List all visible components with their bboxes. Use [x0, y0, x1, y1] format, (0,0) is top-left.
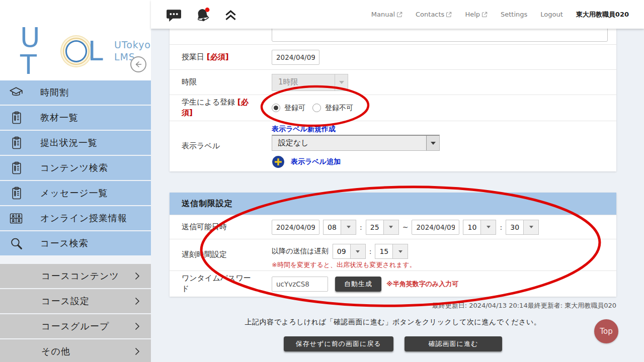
clipboard-icon — [0, 111, 32, 125]
chevron-right-icon — [135, 322, 140, 330]
graduation-cap-icon — [0, 86, 32, 99]
sidebar-item-label: コンテンツ検索 — [40, 162, 108, 174]
double-chevron-up-icon[interactable] — [224, 9, 237, 23]
last-updated-text: 最終更新日: 2024/04/13 20:14最終更新者: 東大用教職員020 — [170, 301, 616, 310]
radio-registration-not-allowed[interactable]: 登録不可 — [312, 104, 353, 113]
sidebar-item-online-class[interactable]: オンライン授業情報 — [0, 206, 151, 230]
sidebar-item-label: コース検索 — [40, 237, 89, 249]
section-title: 送信制限設定 — [170, 193, 616, 215]
late-time-row: 遅刻時間設定 以降の送信は遅刻 09 : 15 ※時間を変更すると、出席状況も変… — [170, 239, 616, 270]
chevron-right-icon — [135, 347, 140, 355]
end-date-input[interactable] — [412, 220, 459, 235]
late-time-label: 遅刻時間設定 — [182, 249, 257, 260]
logo-area: U TL UTokyo LMS — [0, 0, 151, 80]
display-label-select[interactable]: 設定なし — [272, 135, 440, 151]
instruction-text: 上記内容でよろしければ「確認画面に進む」ボタンをクリックして次に進んでください。 — [170, 318, 616, 327]
otp-note-text: ※半角英数字のみ入力可 — [386, 280, 458, 289]
start-date-input[interactable] — [272, 220, 319, 235]
truncated-field-row — [170, 29, 616, 44]
add-label-action[interactable]: 表示ラベル追加 — [272, 155, 341, 168]
spinner-arrow-icon[interactable] — [341, 220, 356, 235]
required-tag: [必須] — [207, 52, 229, 61]
add-label-link: 表示ラベル追加 — [291, 157, 341, 166]
proceed-to-confirm-button[interactable]: 確認画面に進む — [405, 336, 503, 351]
radio-registration-allowed[interactable]: 登録可 — [272, 104, 305, 113]
late-warning-text: ※時間を変更すると、出席状況も変更されます。 — [272, 260, 416, 269]
period-label: 時限 — [182, 77, 257, 88]
radio-unselected-icon — [312, 104, 321, 112]
auto-generate-button[interactable]: 自動生成 — [335, 277, 381, 292]
partial-text-input[interactable] — [272, 29, 608, 42]
main-content: 授業日 [必須] 時限 1時限 学生による登録 [必須] 登録可 — [151, 29, 644, 362]
sidebar-item-label: オンライン授業情報 — [40, 212, 127, 224]
sidebar-item-label: メッセージ一覧 — [40, 187, 108, 199]
logout-link[interactable]: Logout — [540, 11, 563, 18]
period-select[interactable]: 1時限 — [272, 74, 348, 91]
sidebar-item-timetable[interactable]: 時間割 — [0, 80, 151, 105]
end-hour-spinner[interactable]: 10 — [463, 220, 496, 235]
sidebar-item-messages[interactable]: メッセージ一覧 — [0, 181, 151, 205]
online-class-icon — [0, 212, 32, 225]
plus-circle-icon — [272, 155, 285, 168]
one-time-password-row: ワンタイムパスワード 自動生成 ※半角英数字のみ入力可 — [170, 270, 616, 297]
notification-dot — [205, 8, 210, 12]
sidebar-collapse-button[interactable] — [130, 56, 146, 72]
attendance-settings-card: 授業日 [必須] 時限 1時限 学生による登録 [必須] 登録可 — [170, 29, 616, 171]
search-icon — [0, 237, 32, 250]
external-link-icon — [446, 12, 452, 18]
notification-bell-icon[interactable] — [195, 7, 211, 25]
spinner-arrow-icon[interactable] — [524, 220, 539, 235]
class-date-label: 授業日 — [182, 52, 204, 61]
sidebar-item-others[interactable]: その他 — [0, 339, 151, 362]
late-minute-spinner[interactable]: 15 — [375, 244, 408, 259]
period-row: 時限 1時限 — [170, 69, 616, 95]
sidebar-item-materials[interactable]: 教材一覧 — [0, 106, 151, 130]
available-datetime-label: 送信可能日時 — [182, 222, 257, 233]
sidebar-item-label: 提出状況一覧 — [40, 137, 98, 149]
range-separator: ~ — [403, 223, 409, 231]
top-bar: Manual Contacts Help Settings Logout 東大用… — [151, 0, 644, 29]
contacts-link[interactable]: Contacts — [416, 11, 452, 18]
create-label-link[interactable]: 表示ラベル新規作成 — [272, 125, 336, 134]
settings-link[interactable]: Settings — [501, 11, 527, 18]
sidebar-item-course-group[interactable]: コースグループ — [0, 314, 151, 338]
clipboard-icon — [0, 161, 32, 175]
dropdown-arrow-icon — [426, 136, 439, 150]
sidebar-item-label: 教材一覧 — [40, 112, 78, 124]
spinner-arrow-icon[interactable] — [393, 244, 408, 259]
logo-subtitle-1: UTokyo — [114, 39, 151, 51]
username-label: 東大用教職員020 — [576, 10, 629, 19]
logo-o-ring — [65, 40, 87, 62]
chevron-right-icon — [135, 297, 140, 305]
sidebar-item-course-contents[interactable]: コースコンテンツ — [0, 264, 151, 288]
help-link[interactable]: Help — [465, 11, 488, 18]
back-without-save-button[interactable]: 保存せずに前の画面に戻る — [284, 336, 393, 351]
spinner-arrow-icon[interactable] — [481, 220, 496, 235]
dropdown-arrow-icon — [335, 74, 348, 90]
sidebar: U TL UTokyo LMS 時間割 教材一覧 — [0, 0, 151, 362]
late-hour-spinner[interactable]: 09 — [333, 244, 366, 259]
chevron-right-icon — [135, 272, 140, 280]
spinner-arrow-icon[interactable] — [384, 220, 399, 235]
late-prefix-label: 以降の送信は遅刻 — [272, 247, 329, 256]
submission-restriction-card: 送信制限設定 送信可能日時 08 : 25 ~ 10 — [170, 193, 616, 297]
sidebar-item-course-search[interactable]: コース検索 — [0, 231, 151, 255]
start-hour-spinner[interactable]: 08 — [323, 220, 356, 235]
display-label-row: 表示ラベル 表示ラベル新規作成 設定なし 表示ラベル追加 — [170, 121, 616, 171]
scroll-to-top-button[interactable]: Top — [594, 319, 618, 343]
sidebar-item-course-settings[interactable]: コース設定 — [0, 289, 151, 313]
radio-selected-icon — [272, 104, 280, 112]
external-link-icon — [396, 12, 403, 18]
class-date-input[interactable] — [272, 50, 319, 65]
sidebar-item-submission-status[interactable]: 提出状況一覧 — [0, 131, 151, 155]
chat-icon[interactable] — [166, 9, 182, 24]
end-minute-spinner[interactable]: 30 — [506, 220, 539, 235]
sidebar-item-content-search[interactable]: コンテンツ検索 — [0, 156, 151, 180]
start-minute-spinner[interactable]: 25 — [366, 220, 399, 235]
otp-input[interactable] — [272, 277, 328, 292]
spinner-arrow-icon[interactable] — [351, 244, 366, 259]
sidebar-item-label: 時間割 — [40, 86, 69, 99]
manual-link[interactable]: Manual — [371, 11, 403, 18]
clipboard-icon — [0, 136, 32, 150]
class-date-row: 授業日 [必須] — [170, 44, 616, 69]
